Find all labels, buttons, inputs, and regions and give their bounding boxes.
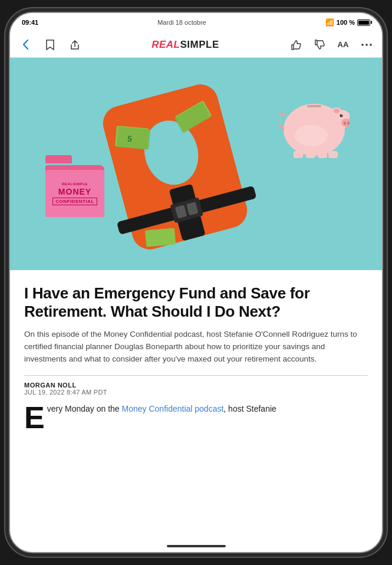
nav-right: AA	[288, 37, 375, 53]
drop-cap: E	[24, 406, 45, 429]
time: 09:41	[22, 19, 38, 26]
status-bar-center: Mardi 18 octobre	[157, 19, 206, 26]
bookmark-button[interactable]	[42, 37, 58, 53]
piggy-bank-illustration	[279, 93, 350, 158]
back-button[interactable]	[17, 37, 34, 53]
svg-rect-25	[307, 105, 321, 107]
article-author: MORGAN NOLL	[24, 382, 368, 389]
share-button[interactable]	[67, 37, 83, 53]
svg-point-1	[365, 44, 368, 46]
article-hero-image: 5 REALSIMPLE MONEY CONFIDENTIAL	[10, 58, 382, 270]
svg-text:5: 5	[127, 134, 132, 144]
article-title: I Have an Emergency Fund and Save for Re…	[24, 284, 368, 320]
svg-point-21	[340, 114, 343, 117]
svg-point-22	[341, 114, 342, 116]
money-confidential-folder: REALSIMPLE MONEY CONFIDENTIAL	[45, 161, 104, 217]
life-jacket-illustration: 5	[93, 81, 258, 252]
svg-rect-28	[318, 152, 327, 158]
folder-money-label: MONEY	[58, 187, 91, 196]
brand-logo: REALSIMPLE	[151, 39, 219, 50]
svg-point-30	[295, 125, 328, 146]
brand-real: REAL	[151, 39, 180, 50]
article-date: JUL 19, 2022 8:47 AM PDT	[24, 389, 368, 396]
aa-label: AA	[338, 40, 349, 49]
first-para-suffix: , host Stefanie	[223, 404, 276, 413]
nav-left	[17, 37, 83, 53]
article-description: On this episode of the Money Confidentia…	[24, 329, 368, 366]
first-para-prefix: very Monday on the	[47, 404, 122, 413]
text-size-button[interactable]: AA	[335, 37, 351, 53]
svg-rect-27	[306, 152, 315, 158]
article-first-paragraph: Every Monday on the Money Confidential p…	[24, 403, 368, 415]
status-bar: 09:41 Mardi 18 octobre 📶 100 %	[10, 13, 382, 32]
folder-front: REALSIMPLE MONEY CONFIDENTIAL	[45, 170, 104, 217]
illustration-container: 5 REALSIMPLE MONEY CONFIDENTIAL	[10, 58, 382, 270]
svg-rect-26	[294, 151, 303, 158]
status-bar-right: 📶 100 %	[325, 18, 370, 27]
nav-bar: REALSIMPLE AA	[10, 32, 382, 58]
svg-point-2	[370, 44, 372, 46]
brand-simple: SIMPLE	[180, 39, 219, 50]
svg-point-20	[347, 122, 350, 125]
svg-rect-29	[328, 151, 338, 158]
home-indicator[interactable]	[167, 545, 226, 547]
battery-percent: 100 %	[337, 19, 355, 26]
svg-rect-15	[145, 228, 176, 247]
article-meta: MORGAN NOLL JUL 19, 2022 8:47 AM PDT	[24, 382, 368, 396]
article-content: I Have an Emergency Fund and Save for Re…	[10, 270, 382, 553]
more-button[interactable]	[358, 37, 375, 53]
wifi-icon: 📶	[325, 18, 334, 27]
status-bar-left: 09:41	[22, 19, 38, 26]
folder-tab	[45, 155, 72, 163]
nav-center: REALSIMPLE	[83, 39, 288, 51]
battery-icon	[357, 19, 370, 26]
device-frame: 09:41 Mardi 18 octobre 📶 100 %	[9, 12, 383, 553]
folder-logo: REALSIMPLE	[62, 182, 88, 186]
folder-confidential-label: CONFIDENTIAL	[52, 198, 97, 205]
svg-point-0	[361, 44, 364, 46]
money-confidential-link[interactable]: Money Confidential podcast	[122, 404, 224, 413]
thumbs-down-button[interactable]	[311, 37, 328, 53]
svg-point-24	[334, 109, 340, 113]
thumbs-up-button[interactable]	[288, 37, 304, 53]
date-display: Mardi 18 octobre	[157, 19, 206, 26]
article-divider	[24, 375, 368, 376]
svg-point-19	[344, 122, 346, 125]
svg-rect-11	[116, 126, 150, 150]
